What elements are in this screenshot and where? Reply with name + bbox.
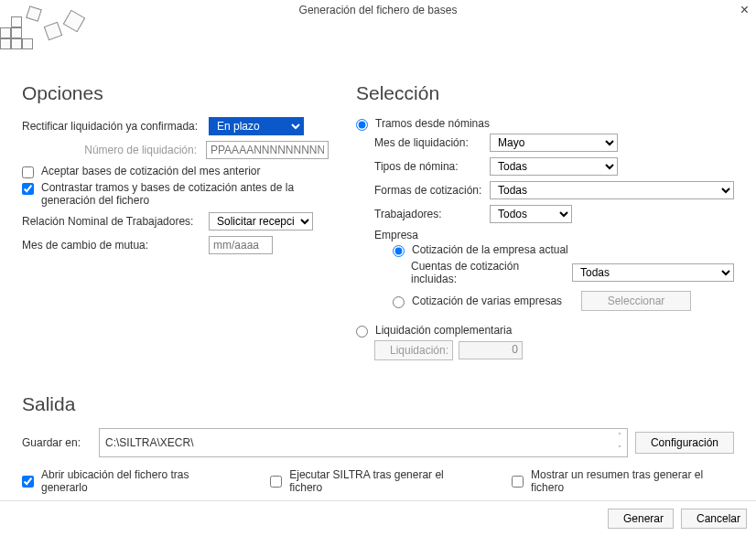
formas-select[interactable]: Todas bbox=[490, 181, 734, 199]
abrir-ubicacion-checkbox[interactable]: Abrir ubicación del fichero tras generar… bbox=[22, 468, 233, 494]
app-logo bbox=[0, 7, 87, 58]
mostrar-resumen-checkbox[interactable]: Mostrar un resumen tras generar el fiche… bbox=[512, 468, 734, 494]
formas-label: Formas de cotización: bbox=[374, 184, 484, 197]
cuentas-label: Cuentas de cotización incluidas: bbox=[411, 260, 567, 285]
scroll-up-icon[interactable]: ˄ bbox=[613, 430, 626, 443]
configuracion-button[interactable]: Configuración bbox=[635, 432, 734, 454]
cancelar-button[interactable]: Cancelar bbox=[681, 509, 747, 529]
tipos-select[interactable]: Todas bbox=[490, 157, 618, 176]
tramos-label: Tramos desde nóminas bbox=[375, 117, 490, 130]
empresa-actual-label: Cotización de la empresa actual bbox=[412, 243, 568, 256]
tipos-label: Tipos de nómina: bbox=[374, 160, 484, 173]
scroll-down-icon[interactable]: ˅ bbox=[613, 443, 626, 456]
empresa-label: Empresa bbox=[374, 229, 734, 241]
mostrar-resumen-label: Mostrar un resumen tras generar el fiche… bbox=[531, 468, 734, 494]
rectificar-select[interactable]: En plazo bbox=[209, 117, 304, 135]
close-icon[interactable]: × bbox=[740, 2, 749, 18]
salida-heading: Salida bbox=[22, 393, 734, 415]
num-liquidacion-input bbox=[206, 141, 329, 159]
mes-cambio-label: Mes de cambio de mutua: bbox=[22, 239, 203, 252]
abrir-ubicacion-label: Abrir ubicación del fichero tras generar… bbox=[41, 468, 233, 494]
liquidacion-number: 0 bbox=[459, 341, 523, 359]
guardar-path-box[interactable]: C:\SILTRA\XECR\ ˄ ˅ bbox=[99, 428, 628, 457]
opciones-heading: Opciones bbox=[22, 82, 329, 104]
contrastar-tramos-label: Contrastar tramos y bases de cotización … bbox=[41, 181, 329, 207]
mes-liq-label: Mes de liquidación: bbox=[374, 136, 484, 149]
varias-empresas-radio[interactable]: Cotización de varias empresas bbox=[393, 295, 576, 308]
rectificar-label: Rectificar liquidación ya confirmada: bbox=[22, 120, 203, 133]
ejecutar-siltra-label: Ejecutar SILTRA tras generar el fichero bbox=[289, 468, 475, 494]
guardar-label: Guardar en: bbox=[22, 436, 92, 449]
window-title: Generación del fichero de bases bbox=[299, 4, 458, 16]
complementaria-label: Liquidación complementaria bbox=[375, 324, 512, 337]
contrastar-tramos-checkbox[interactable]: Contrastar tramos y bases de cotización … bbox=[22, 181, 329, 207]
rnt-select[interactable]: Solicitar recepció bbox=[209, 212, 313, 230]
empresa-actual-radio[interactable]: Cotización de la empresa actual bbox=[393, 243, 734, 257]
complementaria-radio[interactable]: Liquidación complementaria bbox=[356, 324, 734, 338]
ejecutar-siltra-checkbox[interactable]: Ejecutar SILTRA tras generar el fichero bbox=[270, 468, 475, 494]
generar-button[interactable]: Generar bbox=[608, 509, 674, 529]
varias-empresas-label: Cotización de varias empresas bbox=[412, 295, 562, 307]
seleccionar-button: Seleccionar bbox=[581, 291, 691, 311]
guardar-path: C:\SILTRA\XECR\ bbox=[105, 436, 193, 449]
trabajadores-label: Trabajadores: bbox=[374, 208, 484, 220]
aceptar-bases-checkbox[interactable]: Aceptar bases de cotización del mes ante… bbox=[22, 165, 329, 178]
cuentas-select[interactable]: Todas bbox=[572, 263, 734, 282]
trabajadores-select[interactable]: Todos bbox=[490, 205, 572, 223]
aceptar-bases-label: Aceptar bases de cotización del mes ante… bbox=[41, 165, 260, 177]
mes-liq-select[interactable]: Mayo bbox=[490, 134, 618, 152]
liquidacion-button: Liquidación: bbox=[374, 340, 453, 360]
seleccion-heading: Selección bbox=[356, 82, 734, 104]
tramos-radio[interactable]: Tramos desde nóminas bbox=[356, 117, 734, 131]
rnt-label: Relación Nominal de Trabajadores: bbox=[22, 215, 203, 228]
num-liquidacion-label: Número de liquidación: bbox=[22, 144, 200, 156]
mes-cambio-input[interactable] bbox=[209, 236, 273, 254]
